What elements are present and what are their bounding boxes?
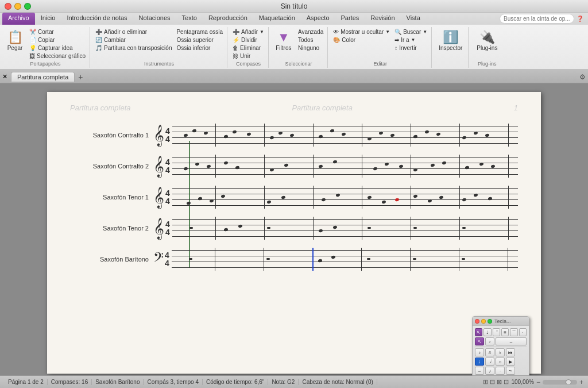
cut-button[interactable]: ✂️ Cortar (28, 28, 87, 36)
instrumentos-label: Instrumentos (144, 60, 174, 67)
window-controls[interactable] (5, 3, 31, 10)
view-icons: ⊞ ⊟ ⊠ ⊡ (483, 378, 509, 386)
show-hide-button[interactable]: 👁 Mostrar u ocultar ▼ (331, 28, 392, 36)
doc-tab-partitura[interactable]: Partitura completa (11, 72, 75, 82)
tab-notas[interactable]: Introducción de notas (61, 13, 133, 25)
tab-notaciones[interactable]: Notaciones (133, 13, 176, 25)
kp-slur-btn[interactable]: ⌒ (510, 328, 517, 336)
keyboard-panel-buttons (475, 319, 492, 324)
kp-right-btn[interactable]: › (485, 337, 494, 345)
doc-controls[interactable]: ⚙ (579, 73, 586, 81)
kp-min-btn[interactable] (481, 319, 486, 324)
staff-row-contralto1: Saxofón Contralto 1 𝄞 44 (70, 124, 518, 147)
paste-button[interactable]: 📋 Pegar (3, 28, 26, 53)
kp-cursor-btn[interactable]: ↖ (475, 328, 482, 336)
transposition-button[interactable]: 🎵 Partitura con transposición (94, 44, 173, 52)
copy-button[interactable]: 📄 Copiar (28, 36, 87, 44)
time-sig-contralto2: 44 (165, 158, 170, 174)
color-button[interactable]: 🎨 Color (331, 36, 392, 44)
kp-row-accidentals: ♪ # ♭ ⏮ (475, 348, 527, 356)
change-icon: 🔄 (95, 37, 102, 43)
tab-reproduccion[interactable]: Reproducción (203, 13, 253, 25)
kp-articulation-btn[interactable]: · (519, 328, 527, 336)
group-portapapeles: 📋 Pegar ✂️ Cortar 📄 Copiar 💡 (1, 27, 90, 68)
zoom-out-button[interactable]: − (536, 378, 540, 386)
staff-row-tenor1: Saxofón Tenor 1 𝄞 44 (70, 186, 518, 209)
add-remove-button[interactable]: ➕ Añadir o eliminar (94, 28, 173, 36)
tab-maquetacion[interactable]: Maquetación (253, 13, 301, 25)
time-sig-tenor2: 44 (165, 220, 170, 236)
kp-sharp-btn[interactable]: # (485, 348, 494, 356)
kp-max-btn[interactable] (488, 319, 492, 324)
add-score-button[interactable]: + (76, 72, 85, 82)
kp-dash2-btn[interactable]: – (475, 367, 484, 375)
kp-sep1 (475, 347, 527, 347)
inspector-button[interactable]: ℹ️ Inspector (435, 28, 466, 53)
buscar-button[interactable]: 🔍 Buscar ▼ (393, 28, 429, 36)
pentagrama-ossia-button[interactable]: Pentagrama ossia (175, 28, 225, 36)
filtros-button[interactable]: ▼ Filtros (272, 28, 295, 53)
zoom-slider[interactable] (543, 380, 577, 385)
tab-revision[interactable]: Revisión (365, 13, 400, 25)
keyboard-titlebar: Tecia... (473, 317, 529, 326)
delete-icon: 🗑 (233, 45, 238, 51)
kp-chord-btn[interactable]: ≡ (501, 328, 509, 336)
kp-rewind-btn[interactable]: ⏮ (506, 348, 515, 356)
select-graphic-button[interactable]: 🖼 Seleccionar gráfico (28, 52, 87, 60)
scissors-icon: ✂️ (29, 29, 36, 35)
kp-eighth2-btn[interactable]: ♪ (485, 367, 494, 375)
invertir-button[interactable]: ↕ Invertir (393, 44, 429, 52)
tab-partes[interactable]: Partes (335, 13, 365, 25)
divide-button[interactable]: ⚡ Dividir (231, 36, 266, 44)
plugins-button[interactable]: 🔌 Plug-ins (473, 28, 501, 53)
join-button[interactable]: ⛓ Unir (231, 52, 266, 60)
todos-button[interactable]: Todos (296, 36, 325, 44)
kp-eighth-btn[interactable]: ♪ (475, 348, 484, 356)
delete-compas-button[interactable]: 🗑 Eliminar (231, 44, 266, 52)
kp-flat-btn[interactable]: ♭ (496, 348, 505, 356)
ossia-superior-button[interactable]: Ossia superior (175, 36, 225, 44)
kp-play-btn[interactable]: ▶ (506, 358, 515, 366)
close-button[interactable] (5, 3, 11, 10)
notes-tenor2[interactable] (172, 217, 518, 240)
tab-archivo[interactable]: Archivo (2, 13, 35, 25)
close-doc-icon[interactable]: ✕ (2, 73, 7, 80)
change-button[interactable]: 🔄 Cambiar (94, 36, 173, 44)
ninguno-button[interactable]: Ninguno (296, 44, 325, 52)
add-compas-button[interactable]: ➕ Añadir ▼ (231, 28, 266, 36)
notes-contralto2[interactable] (172, 155, 518, 178)
kp-dash-btn[interactable]: – (496, 337, 527, 345)
score-header: Partitura completa Partitura completa 1 (70, 103, 518, 112)
kp-tilde-btn[interactable]: ~ (506, 367, 515, 375)
notes-contralto1[interactable] (172, 124, 518, 147)
kp-quarter-btn[interactable]: ♩ (475, 358, 484, 366)
ribbon-search-input[interactable] (500, 14, 574, 24)
treble-clef3-icon: 𝄞 (153, 188, 164, 206)
kp-close-btn[interactable] (475, 319, 479, 324)
minimize-button[interactable] (14, 3, 21, 10)
maximize-button[interactable] (24, 3, 31, 10)
kp-select-btn[interactable]: ↖ (475, 337, 484, 345)
kp-half-btn[interactable]: 𝅗𝅥 (485, 358, 494, 366)
zoom-thumb[interactable] (566, 379, 571, 385)
kp-dot-btn[interactable]: · (496, 367, 505, 375)
kp-whole-btn[interactable]: ○ (496, 358, 505, 366)
status-compases: Compases: 16 (48, 379, 92, 385)
tab-vista[interactable]: Vista (401, 13, 426, 25)
avanzada-button[interactable]: Avanzada (296, 28, 325, 36)
tab-texto[interactable]: Texto (176, 13, 203, 25)
capture-button[interactable]: 💡 Capturar idea (28, 44, 87, 52)
score-canvas[interactable]: Partitura completa Partitura completa 1 … (0, 83, 588, 375)
doc-options-icon[interactable]: ⚙ (579, 73, 586, 81)
zoom-in-button[interactable]: + (579, 378, 583, 386)
tab-inicio[interactable]: Inicio (35, 13, 61, 25)
notes-tenor1[interactable] (172, 186, 518, 209)
notes-baritono[interactable] (172, 248, 518, 271)
ir-a-button[interactable]: ➡ Ir a ▼ (393, 36, 429, 44)
kp-rest-btn[interactable]: 𝄻 (493, 328, 500, 336)
tab-aspecto[interactable]: Aspecto (301, 13, 335, 25)
help-icon[interactable]: ❓ (577, 16, 583, 22)
ossia-inferior-button[interactable]: Ossia inferior (175, 44, 225, 52)
keyboard-title: Tecia... (494, 318, 511, 324)
kp-note-btn[interactable]: ♩ (483, 328, 491, 336)
